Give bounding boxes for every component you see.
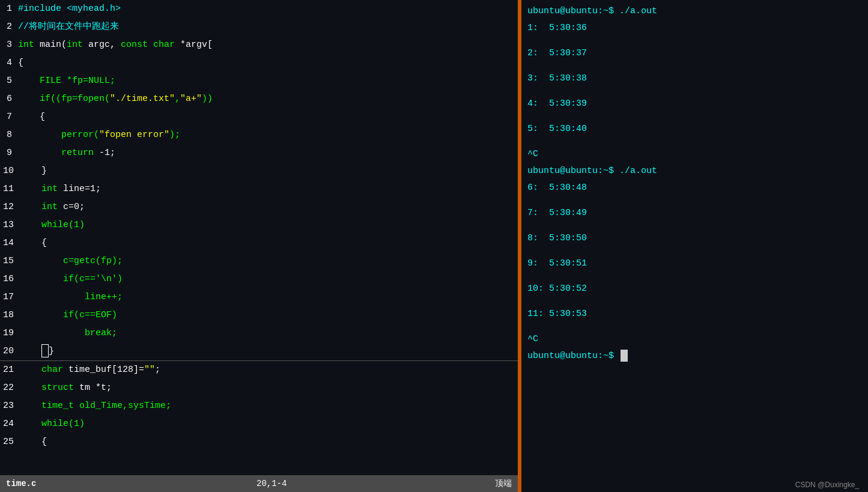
line-number-6: 6 [0,90,18,108]
terminal-line-11: ^C [527,146,862,163]
terminal-line-24 [527,323,862,331]
editor-status-bar: time.c 20,1-4 顶端 [0,475,518,492]
status-page: 顶端 [495,478,512,489]
line-content-12: int c=0; [20,198,518,216]
terminal-line-19: 9: 5:30:51 [527,255,862,272]
line-content-20: } [20,342,518,360]
code-line-5: 5 FILE *fp=NULL; [0,72,518,90]
line-content-23: time_t old_Time,sysTime; [20,397,518,415]
code-line-21: 21 char time_buf[128]=""; [0,361,518,379]
code-line-6: 6 if((fp=fopen("./time.txt","a+")) [0,90,518,108]
terminal-line-25: ^C [527,331,862,348]
line-content-22: struct tm *t; [20,379,518,397]
line-number-25: 25 [0,433,20,451]
line-content-5: FILE *fp=NULL; [18,72,518,90]
terminal-line-22 [527,297,862,306]
code-line-22: 22 struct tm *t; [0,379,518,397]
terminal-line-18 [527,247,862,255]
line-content-6: if((fp=fopen("./time.txt","a+")) [18,90,518,108]
code-line-19: 19 break; [0,324,518,342]
terminal-line-3: 2: 5:30:37 [527,45,862,62]
line-number-1: 1 [0,0,18,18]
code-line-8: 8 perror("fopen error"); [0,126,518,144]
terminal-line-16 [527,222,862,230]
line-content-4: { [18,54,518,72]
terminal-line-0: ubuntu@ubuntu:~$ ./a.out [527,3,862,20]
line-number-10: 10 [0,162,20,180]
terminal-line-12: ubuntu@ubuntu:~$ ./a.out [527,163,862,180]
line-content-25: { [20,433,518,451]
line-content-24: while(1) [20,415,518,433]
line-number-21: 21 [0,361,20,379]
terminal-line-4 [527,62,862,70]
code-line-25: 25 { [0,433,518,451]
line-content-16: if(c=='\n') [20,270,518,288]
line-number-11: 11 [0,180,20,198]
line-content-18: if(c==EOF) [20,306,518,324]
line-number-9: 9 [0,144,18,162]
terminal-content: ubuntu@ubuntu:~$ ./a.out1: 5:30:36 2: 5:… [527,3,862,365]
line-number-24: 24 [0,415,20,433]
line-number-18: 18 [0,306,20,324]
code-line-13: 13 while(1) [0,216,518,234]
status-position: 20,1-4 [48,479,495,488]
terminal-line-17: 8: 5:30:50 [527,230,862,247]
line-number-2: 2 [0,18,18,36]
line-number-5: 5 [0,72,18,90]
line-number-4: 4 [0,54,18,72]
terminal-cursor [621,350,628,362]
line-content-13: while(1) [20,216,518,234]
terminal-line-1: 1: 5:30:36 [527,20,862,37]
code-line-24: 24 while(1) [0,415,518,433]
code-line-23: 23 time_t old_Time,sysTime; [0,397,518,415]
status-filename: time.c [6,479,36,488]
code-line-17: 17 line++; [0,288,518,306]
main-container: 1#include <myhead.h>2//将时间在文件中跑起来3int ma… [0,0,868,492]
terminal-line-14 [527,196,862,205]
line-content-11: int line=1; [20,180,518,198]
terminal-line-10 [527,138,862,146]
terminal-panel: ubuntu@ubuntu:~$ ./a.out1: 5:30:36 2: 5:… [521,0,868,492]
line-number-13: 13 [0,216,20,234]
line-content-8: perror("fopen error"); [18,126,518,144]
terminal-line-8 [527,112,862,121]
terminal-line-23: 11: 5:30:53 [527,306,862,323]
line-content-2: //将时间在文件中跑起来 [18,18,518,36]
code-line-10: 10 } [0,162,518,180]
line-number-7: 7 [0,108,18,126]
line-content-7: { [18,108,518,126]
code-content: 1#include <myhead.h>2//将时间在文件中跑起来3int ma… [0,0,518,475]
line-number-12: 12 [0,198,20,216]
code-line-11: 11 int line=1; [0,180,518,198]
line-number-22: 22 [0,379,20,397]
watermark-area: CSDN @Duxingke_ [527,481,862,489]
line-content-1: #include <myhead.h> [18,0,518,18]
code-line-3: 3int main(int argc, const char *argv[ [0,36,518,54]
line-content-21: char time_buf[128]=""; [20,361,518,379]
terminal-line-21: 10: 5:30:52 [527,281,862,297]
code-editor-panel: 1#include <myhead.h>2//将时间在文件中跑起来3int ma… [0,0,518,492]
code-line-16: 16 if(c=='\n') [0,270,518,288]
line-content-3: int main(int argc, const char *argv[ [18,36,518,54]
line-number-15: 15 [0,252,20,270]
code-line-4: 4{ [0,54,518,72]
code-line-15: 15 c=getc(fp); [0,252,518,270]
line-number-17: 17 [0,288,20,306]
code-line-12: 12 int c=0; [0,198,518,216]
terminal-line-6 [527,87,862,96]
line-content-9: return -1; [18,144,518,162]
code-line-20: 20 } [0,342,518,361]
line-content-14: { [20,234,518,252]
line-number-19: 19 [0,324,20,342]
code-line-1: 1#include <myhead.h> [0,0,518,18]
terminal-line-2 [527,37,862,45]
line-number-8: 8 [0,126,18,144]
terminal-line-7: 4: 5:30:39 [527,96,862,112]
line-number-20: 20 [0,342,20,360]
code-line-7: 7 { [0,108,518,126]
terminal-line-5: 3: 5:30:38 [527,70,862,87]
terminal-line-26: ubuntu@ubuntu:~$ [527,348,862,365]
line-content-19: break; [20,324,518,342]
line-number-3: 3 [0,36,18,54]
code-line-2: 2//将时间在文件中跑起来 [0,18,518,36]
